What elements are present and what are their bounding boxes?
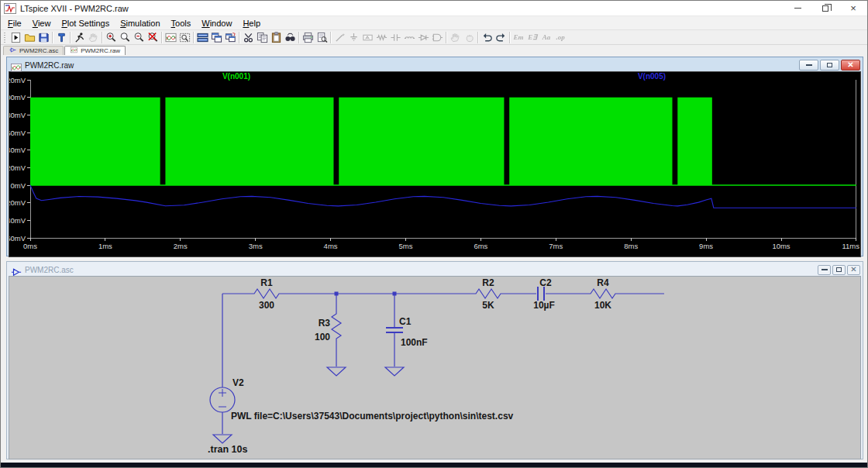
open-icon[interactable] [22, 31, 36, 44]
tile-vertical-icon[interactable] [209, 31, 223, 44]
waveform-window-title: PWM2RC.raw [25, 61, 74, 70]
tab-pwm2rc-raw[interactable]: PWM2RC.raw [64, 46, 126, 55]
toolbar-separator [446, 32, 446, 43]
save-icon[interactable] [36, 31, 50, 44]
mirror-icon: Em [512, 31, 525, 44]
x-tick-label: 9ms [699, 242, 713, 250]
ground-icon [346, 31, 360, 44]
wave-restore-button[interactable] [820, 60, 839, 71]
redo-icon[interactable] [494, 31, 508, 44]
component-value-label: 100nF [401, 337, 428, 348]
spice-directive-text[interactable]: .tran 10s [208, 444, 247, 455]
tab-label: PWM2RC.asc [19, 47, 58, 54]
minimize-button[interactable] [784, 1, 811, 15]
close-button[interactable]: × [839, 1, 867, 15]
cut-icon[interactable] [241, 31, 255, 44]
zoom-out-icon[interactable] [132, 31, 146, 44]
component-R4[interactable]: R410K [587, 277, 618, 311]
x-tick-label: 0ms [23, 242, 37, 250]
schem-minimize-button[interactable] [818, 265, 831, 275]
cascade-icon[interactable] [223, 31, 237, 44]
zoom-area-icon[interactable] [118, 31, 132, 44]
zoom-full-extents-icon[interactable] [146, 31, 160, 44]
waveform-plot[interactable]: V(n001)V(n005)120mV100mV80mV60mV40mV20mV… [9, 72, 862, 253]
print-icon[interactable] [301, 31, 315, 44]
toolbar: EmE∃Aa.op [1, 30, 867, 45]
menu-file[interactable]: File [2, 18, 27, 29]
zoom-in-icon[interactable] [104, 31, 118, 44]
component-R2[interactable]: R25K [473, 277, 504, 311]
paste-icon[interactable] [269, 31, 283, 44]
find-icon[interactable] [283, 31, 297, 44]
copy-icon[interactable] [255, 31, 269, 44]
ground-symbol[interactable] [213, 435, 232, 443]
tab-pwm2rc-asc[interactable]: PWM2RC.asc [3, 46, 64, 55]
print-preview-icon[interactable] [315, 31, 329, 44]
waveform-icon [70, 46, 78, 55]
label-net-icon [360, 31, 374, 44]
toolbar-separator [193, 32, 194, 43]
run-icon[interactable] [72, 31, 86, 44]
restore-button[interactable] [811, 1, 839, 15]
move-icon [448, 31, 462, 44]
menu-tools[interactable]: Tools [166, 18, 197, 29]
text-icon: Aa [539, 31, 553, 44]
schematic-window-titlebar[interactable]: PWM2RC.asc ✕ [9, 263, 861, 276]
trace-v-n001[interactable] [30, 98, 856, 185]
component-ref-label: R2 [482, 277, 494, 288]
ground-symbol[interactable] [385, 367, 404, 376]
menu-plot-settings[interactable]: Plot Settings [56, 18, 115, 29]
junction-dot [393, 292, 397, 296]
schematic-window-title: PWM2RC.asc [25, 266, 74, 274]
component-ref-label: C1 [399, 316, 412, 327]
new-schematic-icon[interactable] [9, 31, 22, 44]
autorange-icon[interactable] [164, 31, 177, 44]
schem-close-button[interactable]: ✕ [847, 265, 860, 275]
component-icon [430, 31, 444, 44]
y-tick-label: 0mV [10, 181, 26, 190]
component-C1[interactable]: C1100nF [386, 316, 428, 348]
component-V2[interactable]: V2PWL file=C:\Users\37543\Documents\proj… [210, 377, 514, 422]
waveform-window-titlebar[interactable]: PWM2RC.raw ✕ [9, 59, 861, 71]
diode-icon [416, 31, 430, 44]
menu-bar: FileViewPlot SettingsSimulationToolsWind… [1, 16, 867, 30]
toolbar-separator [102, 32, 102, 43]
component-value-label: PWL file=C:\Users\37543\Documents\projec… [231, 411, 514, 422]
control-panel-icon[interactable] [54, 31, 68, 44]
toolbar-separator [239, 32, 239, 43]
component-R3[interactable]: R3100 [315, 311, 341, 342]
toolbar-grip[interactable] [3, 33, 6, 43]
waveform-plot-area[interactable]: V(n001)V(n005)120mV100mV80mV60mV40mV20mV… [9, 71, 861, 257]
y-tick-label: 60mV [9, 129, 26, 137]
ground-symbol[interactable] [327, 367, 346, 376]
schematic-drawing[interactable]: R1300R3100C1100nFR25KC210µFR410KV2PWL fi… [9, 277, 862, 456]
menu-simulation[interactable]: Simulation [115, 18, 165, 29]
menu-view[interactable]: View [27, 18, 57, 29]
wave-minimize-button[interactable] [799, 60, 818, 71]
wave-close-button[interactable]: ✕ [841, 60, 860, 71]
toolbar-separator [52, 32, 53, 43]
y-tick-label: 100mV [9, 93, 26, 102]
trace-v-n005[interactable] [30, 185, 856, 208]
y-tick-label: -60mV [9, 234, 26, 243]
waveform-window: PWM2RC.raw ✕ V(n001)V(n005)120mV100mV80m… [6, 57, 863, 256]
capacitor-icon [388, 31, 402, 44]
x-tick-label: 1ms [98, 242, 112, 250]
zoom-fit-icon[interactable] [177, 31, 191, 44]
y-tick-label: 20mV [9, 163, 26, 172]
schematic-canvas[interactable]: R1300R3100C1100nFR25KC210µFR410KV2PWL fi… [9, 276, 861, 459]
schem-restore-button[interactable] [832, 265, 846, 275]
schematic-icon [9, 46, 17, 55]
titlebar[interactable]: LTspice XVII - PWM2RC.raw × [1, 1, 867, 16]
x-tick-label: 4ms [324, 242, 338, 250]
legend-vn005[interactable]: V(n005) [638, 72, 666, 81]
component-R1[interactable]: R1300 [251, 277, 282, 311]
tile-horizontal-icon[interactable] [195, 31, 209, 44]
menu-help[interactable]: Help [237, 18, 266, 29]
component-ref-label: R1 [260, 277, 273, 288]
component-ref-label: R4 [597, 277, 609, 288]
mdi-bottom-strip [1, 463, 867, 468]
undo-icon[interactable] [480, 31, 494, 44]
menu-window[interactable]: Window [196, 18, 237, 29]
legend-vn001[interactable]: V(n001) [222, 72, 250, 81]
